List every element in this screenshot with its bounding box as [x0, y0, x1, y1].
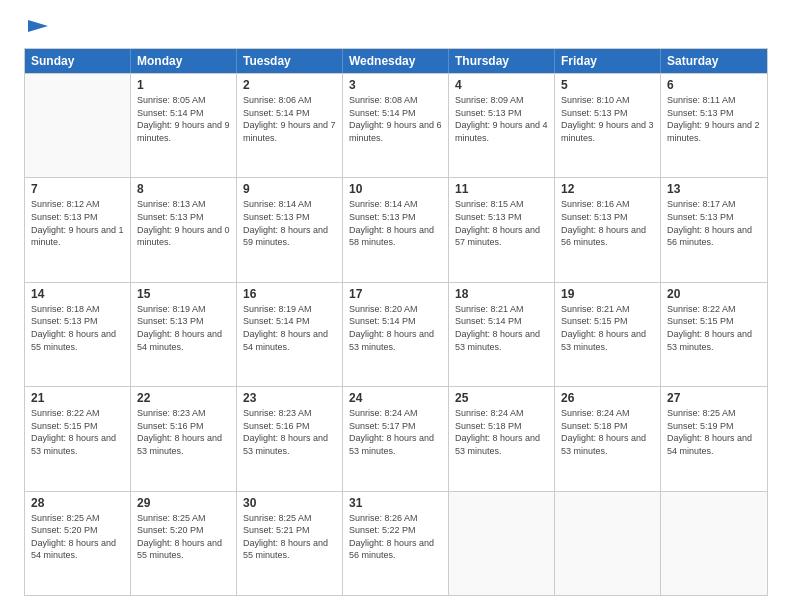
- calendar-cell: 3Sunrise: 8:08 AMSunset: 5:14 PMDaylight…: [343, 74, 449, 177]
- calendar-cell: 19Sunrise: 8:21 AMSunset: 5:15 PMDayligh…: [555, 283, 661, 386]
- cell-info: Sunrise: 8:14 AMSunset: 5:13 PMDaylight:…: [349, 198, 442, 248]
- header-day-wednesday: Wednesday: [343, 49, 449, 73]
- calendar-week-4: 21Sunrise: 8:22 AMSunset: 5:15 PMDayligh…: [25, 386, 767, 490]
- day-number: 29: [137, 496, 230, 510]
- page: SundayMondayTuesdayWednesdayThursdayFrid…: [0, 0, 792, 612]
- day-number: 9: [243, 182, 336, 196]
- cell-info: Sunrise: 8:25 AMSunset: 5:21 PMDaylight:…: [243, 512, 336, 562]
- cell-info: Sunrise: 8:20 AMSunset: 5:14 PMDaylight:…: [349, 303, 442, 353]
- calendar-cell: 13Sunrise: 8:17 AMSunset: 5:13 PMDayligh…: [661, 178, 767, 281]
- calendar-cell: 22Sunrise: 8:23 AMSunset: 5:16 PMDayligh…: [131, 387, 237, 490]
- calendar-cell: 10Sunrise: 8:14 AMSunset: 5:13 PMDayligh…: [343, 178, 449, 281]
- calendar-cell: 27Sunrise: 8:25 AMSunset: 5:19 PMDayligh…: [661, 387, 767, 490]
- day-number: 10: [349, 182, 442, 196]
- day-number: 4: [455, 78, 548, 92]
- day-number: 24: [349, 391, 442, 405]
- cell-info: Sunrise: 8:23 AMSunset: 5:16 PMDaylight:…: [137, 407, 230, 457]
- logo: [24, 20, 48, 38]
- cell-info: Sunrise: 8:05 AMSunset: 5:14 PMDaylight:…: [137, 94, 230, 144]
- day-number: 18: [455, 287, 548, 301]
- calendar-cell: 18Sunrise: 8:21 AMSunset: 5:14 PMDayligh…: [449, 283, 555, 386]
- calendar: SundayMondayTuesdayWednesdayThursdayFrid…: [24, 48, 768, 596]
- cell-info: Sunrise: 8:15 AMSunset: 5:13 PMDaylight:…: [455, 198, 548, 248]
- calendar-cell: 14Sunrise: 8:18 AMSunset: 5:13 PMDayligh…: [25, 283, 131, 386]
- calendar-cell: 1Sunrise: 8:05 AMSunset: 5:14 PMDaylight…: [131, 74, 237, 177]
- calendar-cell: 2Sunrise: 8:06 AMSunset: 5:14 PMDaylight…: [237, 74, 343, 177]
- header-day-tuesday: Tuesday: [237, 49, 343, 73]
- calendar-cell: 4Sunrise: 8:09 AMSunset: 5:13 PMDaylight…: [449, 74, 555, 177]
- day-number: 14: [31, 287, 124, 301]
- calendar-cell: 6Sunrise: 8:11 AMSunset: 5:13 PMDaylight…: [661, 74, 767, 177]
- header-day-sunday: Sunday: [25, 49, 131, 73]
- calendar-cell: 15Sunrise: 8:19 AMSunset: 5:13 PMDayligh…: [131, 283, 237, 386]
- calendar-header: SundayMondayTuesdayWednesdayThursdayFrid…: [25, 49, 767, 73]
- day-number: 3: [349, 78, 442, 92]
- day-number: 22: [137, 391, 230, 405]
- header-day-saturday: Saturday: [661, 49, 767, 73]
- header-day-friday: Friday: [555, 49, 661, 73]
- calendar-cell: 23Sunrise: 8:23 AMSunset: 5:16 PMDayligh…: [237, 387, 343, 490]
- calendar-cell: [661, 492, 767, 595]
- day-number: 5: [561, 78, 654, 92]
- day-number: 28: [31, 496, 124, 510]
- calendar-week-1: 1Sunrise: 8:05 AMSunset: 5:14 PMDaylight…: [25, 73, 767, 177]
- cell-info: Sunrise: 8:09 AMSunset: 5:13 PMDaylight:…: [455, 94, 548, 144]
- cell-info: Sunrise: 8:25 AMSunset: 5:20 PMDaylight:…: [31, 512, 124, 562]
- day-number: 11: [455, 182, 548, 196]
- calendar-cell: 31Sunrise: 8:26 AMSunset: 5:22 PMDayligh…: [343, 492, 449, 595]
- cell-info: Sunrise: 8:22 AMSunset: 5:15 PMDaylight:…: [31, 407, 124, 457]
- cell-info: Sunrise: 8:10 AMSunset: 5:13 PMDaylight:…: [561, 94, 654, 144]
- header-day-thursday: Thursday: [449, 49, 555, 73]
- header: [24, 20, 768, 38]
- calendar-week-2: 7Sunrise: 8:12 AMSunset: 5:13 PMDaylight…: [25, 177, 767, 281]
- day-number: 21: [31, 391, 124, 405]
- calendar-cell: [25, 74, 131, 177]
- day-number: 15: [137, 287, 230, 301]
- calendar-body: 1Sunrise: 8:05 AMSunset: 5:14 PMDaylight…: [25, 73, 767, 595]
- calendar-cell: 24Sunrise: 8:24 AMSunset: 5:17 PMDayligh…: [343, 387, 449, 490]
- cell-info: Sunrise: 8:21 AMSunset: 5:15 PMDaylight:…: [561, 303, 654, 353]
- logo-flag-icon: [26, 20, 48, 38]
- day-number: 27: [667, 391, 761, 405]
- calendar-cell: 8Sunrise: 8:13 AMSunset: 5:13 PMDaylight…: [131, 178, 237, 281]
- cell-info: Sunrise: 8:25 AMSunset: 5:20 PMDaylight:…: [137, 512, 230, 562]
- calendar-cell: 28Sunrise: 8:25 AMSunset: 5:20 PMDayligh…: [25, 492, 131, 595]
- day-number: 20: [667, 287, 761, 301]
- day-number: 19: [561, 287, 654, 301]
- day-number: 25: [455, 391, 548, 405]
- cell-info: Sunrise: 8:22 AMSunset: 5:15 PMDaylight:…: [667, 303, 761, 353]
- cell-info: Sunrise: 8:25 AMSunset: 5:19 PMDaylight:…: [667, 407, 761, 457]
- cell-info: Sunrise: 8:16 AMSunset: 5:13 PMDaylight:…: [561, 198, 654, 248]
- svg-marker-0: [28, 20, 48, 32]
- calendar-cell: 26Sunrise: 8:24 AMSunset: 5:18 PMDayligh…: [555, 387, 661, 490]
- cell-info: Sunrise: 8:23 AMSunset: 5:16 PMDaylight:…: [243, 407, 336, 457]
- header-day-monday: Monday: [131, 49, 237, 73]
- day-number: 17: [349, 287, 442, 301]
- calendar-cell: 30Sunrise: 8:25 AMSunset: 5:21 PMDayligh…: [237, 492, 343, 595]
- cell-info: Sunrise: 8:12 AMSunset: 5:13 PMDaylight:…: [31, 198, 124, 248]
- calendar-cell: [555, 492, 661, 595]
- cell-info: Sunrise: 8:11 AMSunset: 5:13 PMDaylight:…: [667, 94, 761, 144]
- calendar-cell: 9Sunrise: 8:14 AMSunset: 5:13 PMDaylight…: [237, 178, 343, 281]
- day-number: 7: [31, 182, 124, 196]
- calendar-cell: 16Sunrise: 8:19 AMSunset: 5:14 PMDayligh…: [237, 283, 343, 386]
- calendar-cell: 11Sunrise: 8:15 AMSunset: 5:13 PMDayligh…: [449, 178, 555, 281]
- cell-info: Sunrise: 8:14 AMSunset: 5:13 PMDaylight:…: [243, 198, 336, 248]
- cell-info: Sunrise: 8:13 AMSunset: 5:13 PMDaylight:…: [137, 198, 230, 248]
- calendar-cell: 7Sunrise: 8:12 AMSunset: 5:13 PMDaylight…: [25, 178, 131, 281]
- cell-info: Sunrise: 8:08 AMSunset: 5:14 PMDaylight:…: [349, 94, 442, 144]
- cell-info: Sunrise: 8:06 AMSunset: 5:14 PMDaylight:…: [243, 94, 336, 144]
- calendar-cell: [449, 492, 555, 595]
- calendar-cell: 12Sunrise: 8:16 AMSunset: 5:13 PMDayligh…: [555, 178, 661, 281]
- day-number: 16: [243, 287, 336, 301]
- calendar-cell: 20Sunrise: 8:22 AMSunset: 5:15 PMDayligh…: [661, 283, 767, 386]
- day-number: 8: [137, 182, 230, 196]
- cell-info: Sunrise: 8:19 AMSunset: 5:13 PMDaylight:…: [137, 303, 230, 353]
- day-number: 23: [243, 391, 336, 405]
- day-number: 26: [561, 391, 654, 405]
- cell-info: Sunrise: 8:18 AMSunset: 5:13 PMDaylight:…: [31, 303, 124, 353]
- day-number: 1: [137, 78, 230, 92]
- calendar-cell: 21Sunrise: 8:22 AMSunset: 5:15 PMDayligh…: [25, 387, 131, 490]
- cell-info: Sunrise: 8:19 AMSunset: 5:14 PMDaylight:…: [243, 303, 336, 353]
- cell-info: Sunrise: 8:24 AMSunset: 5:17 PMDaylight:…: [349, 407, 442, 457]
